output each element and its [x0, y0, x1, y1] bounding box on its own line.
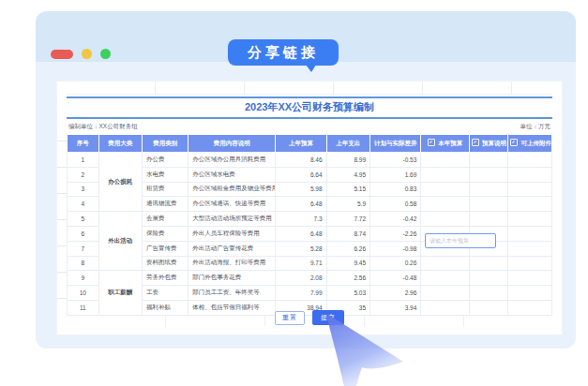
budget-note-cell[interactable] — [470, 197, 508, 212]
column-header: 费用类别 — [143, 135, 188, 153]
last-year-budget-cell: 8.46 — [276, 153, 326, 168]
plan-actual-diff-cell: -0.42 — [370, 212, 421, 227]
plan-actual-diff-cell: 0.58 — [370, 197, 421, 212]
plan-actual-diff-cell: -0.53 — [370, 153, 421, 168]
edit-icon — [428, 139, 435, 146]
grid-lines-top — [67, 82, 552, 95]
budget-note-cell[interactable] — [470, 167, 508, 182]
last-year-budget-cell: 6.48 — [276, 226, 326, 241]
attachment-cell[interactable] — [508, 256, 552, 271]
column-header: 上年预算 — [276, 135, 326, 153]
attachment-cell[interactable] — [508, 241, 552, 256]
row-seq-cell: 4 — [68, 197, 99, 212]
budget-note-cell[interactable] — [470, 271, 508, 286]
budget-note-cell[interactable] — [470, 153, 508, 168]
page-title: 2023年XX公司财务预算编制 — [67, 100, 552, 114]
column-header: 费用大类 — [98, 135, 143, 153]
column-header: 可上传附件 — [508, 135, 552, 153]
last-year-budget-cell: 7.3 — [276, 212, 326, 227]
plan-actual-diff-cell: 2.96 — [370, 286, 421, 301]
form-actions: 重置 提交 — [57, 310, 562, 325]
unit-label: 单位：万元 — [520, 123, 551, 131]
expense-type-cell: 工资 — [143, 286, 188, 301]
last-year-budget-cell: 2.08 — [276, 271, 326, 286]
expense-desc-cell: 外出活动海报、打印等费用 — [188, 256, 276, 271]
current-budget-cell[interactable] — [421, 212, 470, 227]
plan-actual-diff-cell: -2.26 — [370, 226, 421, 241]
expense-type-cell: 资料图纸费 — [143, 256, 188, 271]
row-seq-cell: 8 — [68, 256, 99, 271]
column-header: 本年预算 — [421, 135, 470, 153]
title-band: 2023年XX公司财务预算编制 — [67, 96, 552, 119]
edit-icon — [472, 139, 479, 146]
row-seq-cell: 3 — [68, 182, 99, 197]
attachment-cell[interactable] — [508, 153, 552, 168]
plan-actual-diff-cell: -0.98 — [370, 241, 421, 256]
row-seq-cell: 1 — [68, 153, 99, 168]
expense-type-cell: 通讯物流费 — [143, 197, 188, 212]
expense-desc-cell: 外出人员车程保险等费用 — [188, 226, 276, 241]
plan-actual-diff-cell: 0.26 — [370, 256, 421, 271]
attachment-cell[interactable] — [508, 212, 552, 227]
last-year-spend-cell: 6.26 — [326, 241, 370, 256]
reset-button[interactable]: 重置 — [275, 311, 305, 325]
current-budget-cell[interactable] — [421, 182, 470, 197]
minimize-window-button[interactable] — [82, 49, 92, 59]
expense-type-cell: 劳务外包费 — [143, 271, 188, 286]
close-window-button[interactable] — [51, 50, 73, 59]
attachment-cell[interactable] — [508, 226, 552, 241]
browser-titlebar: 分享链接 — [36, 11, 576, 62]
current-budget-cell[interactable] — [421, 197, 470, 212]
table-header-row: 序号费用大类费用类别费用内容说明上年预算上年支出计划与实际差异本年预算预算说明可… — [68, 135, 552, 153]
column-header: 计划与实际差异 — [370, 135, 421, 153]
expense-type-cell: 水电费 — [143, 167, 188, 182]
last-year-spend-cell: 7.72 — [326, 212, 370, 227]
budget-note-cell[interactable] — [470, 212, 508, 227]
expense-type-cell: 租赁费 — [143, 182, 188, 197]
table-row: 5外出活动会展费大型活动活动场所预定等费用7.37.72-0.42 — [68, 212, 552, 227]
maximize-window-button[interactable] — [100, 49, 111, 59]
attachment-cell[interactable] — [508, 182, 552, 197]
attachment-cell[interactable] — [508, 286, 552, 301]
meta-row: 编制单位：XX公司财务组 单位：万元 — [67, 119, 552, 134]
expense-desc-cell: 办公区域办公用具消耗费用 — [188, 153, 276, 168]
attachment-cell[interactable] — [508, 197, 552, 212]
browser-window: 分享链接 2023年XX公司财务预算编制 编制单位：XX公司财务组 单位：万元 — [36, 11, 576, 349]
expense-desc-cell: 办公区域租金费用及物业等费用 — [188, 182, 276, 197]
expense-desc-cell: 大型活动活动场所预定等费用 — [188, 212, 276, 227]
category-group-cell: 办公损耗 — [98, 153, 143, 212]
budget-document: 2023年XX公司财务预算编制 编制单位：XX公司财务组 单位：万元 序号费用大… — [67, 96, 552, 316]
budget-note-cell[interactable] — [470, 286, 508, 301]
current-budget-cell[interactable] — [421, 286, 470, 301]
screenshot-canvas: 分享链接 2023年XX公司财务预算编制 编制单位：XX公司财务组 单位：万元 — [0, 0, 588, 386]
category-group-cell: 外出活动 — [98, 212, 143, 271]
current-budget-cell[interactable] — [421, 256, 470, 271]
edit-icon — [510, 139, 518, 146]
plan-actual-diff-cell: 0.83 — [370, 182, 421, 197]
row-seq-cell: 5 — [68, 212, 99, 227]
plan-actual-diff-cell: 1.69 — [370, 167, 421, 182]
last-year-budget-cell: 5.98 — [276, 182, 326, 197]
category-group-cell: 职工薪酬 — [98, 271, 143, 315]
expense-type-cell: 广告宣传费 — [143, 241, 188, 256]
attachment-cell[interactable] — [508, 271, 552, 286]
last-year-spend-cell: 2.56 — [326, 271, 370, 286]
expense-desc-cell: 部门外包事务花费 — [188, 271, 276, 286]
expense-desc-cell: 部门员工工资、年终奖等 — [188, 286, 276, 301]
current-budget-cell[interactable] — [421, 153, 470, 168]
budget-note-cell[interactable] — [470, 256, 508, 271]
window-controls — [51, 49, 111, 59]
current-budget-cell[interactable] — [421, 271, 470, 286]
column-header: 序号 — [68, 135, 99, 153]
attachment-cell[interactable] — [508, 167, 552, 182]
current-year-budget-input[interactable] — [425, 233, 496, 248]
last-year-spend-cell: 8.99 — [326, 153, 370, 168]
expense-type-cell: 会展费 — [143, 212, 188, 227]
last-year-budget-cell: 9.71 — [276, 256, 326, 271]
budget-note-cell[interactable] — [470, 182, 508, 197]
prepared-by-label: 编制单位：XX公司财务组 — [68, 123, 138, 131]
current-budget-cell[interactable] — [421, 167, 470, 182]
column-header: 费用内容说明 — [188, 135, 276, 153]
row-seq-cell: 10 — [68, 286, 99, 301]
submit-button[interactable]: 提交 — [312, 310, 344, 325]
